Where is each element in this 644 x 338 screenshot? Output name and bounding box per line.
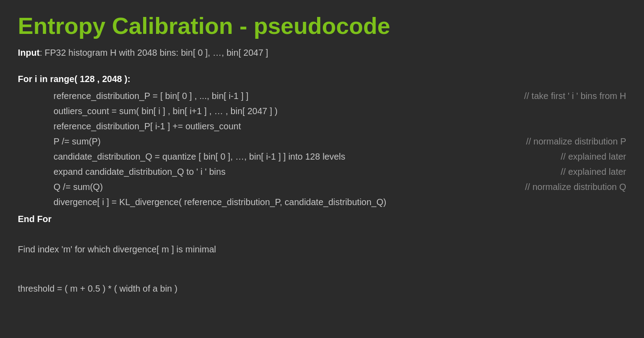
page-title: Entropy Calibration - pseudocode xyxy=(18,13,626,39)
code-line-1: outliers_count = sum( bin[ i ] , bin[ i+… xyxy=(54,103,277,119)
input-label: Input xyxy=(18,48,40,58)
code-line-5: expand candidate_distribution_Q to ' i '… xyxy=(54,164,226,179)
code-row-0: reference_distribution_P = [ bin[ 0 ] , … xyxy=(54,88,626,103)
code-row-4: candidate_distribution_Q = quantize [ bi… xyxy=(54,149,626,164)
code-row-2: reference_distribution_P[ i-1 ] += outli… xyxy=(54,119,626,134)
code-comment-3: // normalize distribution P xyxy=(508,134,626,149)
code-line-7: divergence[ i ] = KL_divergence( referen… xyxy=(54,194,386,210)
code-row-3: P /= sum(P) // normalize distribution P xyxy=(54,134,626,149)
find-line: Find index 'm' for which divergence[ m ]… xyxy=(18,242,626,257)
for-loop-start: For i in range( 128 , 2048 ): xyxy=(18,71,626,87)
code-line-3: P /= sum(P) xyxy=(54,134,101,149)
code-comment-4: // explained later xyxy=(543,149,626,164)
code-row-7: divergence[ i ] = KL_divergence( referen… xyxy=(54,194,626,210)
code-line-2: reference_distribution_P[ i-1 ] += outli… xyxy=(54,119,241,134)
input-text: : FP32 histogram H with 2048 bins: bin[ … xyxy=(40,48,268,58)
code-row-6: Q /= sum(Q) // normalize distribution Q xyxy=(54,179,626,194)
code-comment-0: // take first ' i ' bins from H xyxy=(506,88,626,103)
threshold-line: threshold = ( m + 0.5 ) * ( width of a b… xyxy=(18,281,626,296)
code-row-5: expand candidate_distribution_Q to ' i '… xyxy=(54,164,626,179)
for-loop-end: End For xyxy=(18,211,626,227)
code-line-6: Q /= sum(Q) xyxy=(54,179,103,194)
code-comment-5: // explained later xyxy=(543,164,626,179)
code-comment-6: // normalize distribution Q xyxy=(507,179,626,194)
code-line-0: reference_distribution_P = [ bin[ 0 ] , … xyxy=(54,88,248,103)
code-block: For i in range( 128 , 2048 ): reference_… xyxy=(18,71,626,296)
input-line: Input: FP32 histogram H with 2048 bins: … xyxy=(18,48,626,58)
code-body: reference_distribution_P = [ bin[ 0 ] , … xyxy=(18,88,626,210)
code-line-4: candidate_distribution_Q = quantize [ bi… xyxy=(54,149,345,164)
code-row-1: outliers_count = sum( bin[ i ] , bin[ i+… xyxy=(54,103,626,119)
